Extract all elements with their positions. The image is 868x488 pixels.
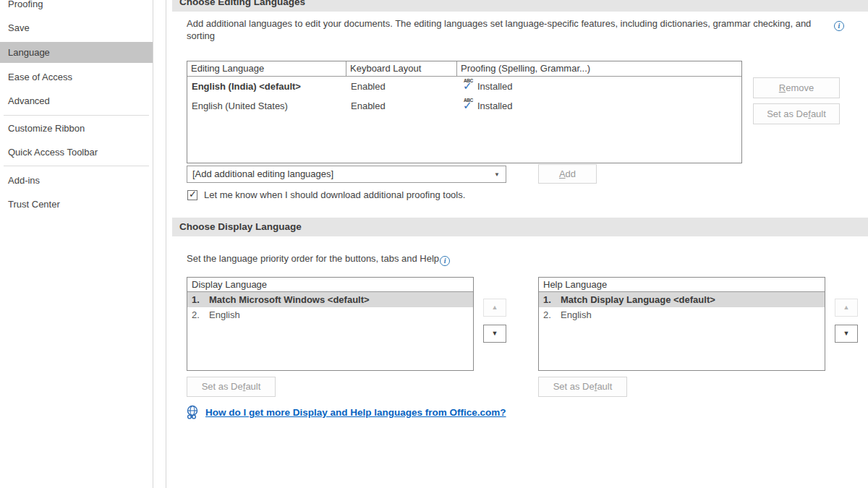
- label-pre: Set as De: [767, 108, 808, 119]
- download-proofing-checkbox-label[interactable]: Let me know when I should download addit…: [204, 189, 465, 200]
- get-more-languages-link[interactable]: How do I get more Display and Help langu…: [205, 407, 506, 418]
- label-post: ault: [811, 108, 826, 119]
- add-language-dropdown[interactable]: [Add additional editing languages] ▼: [187, 166, 506, 183]
- down-arrow-icon: ▼: [492, 330, 498, 337]
- sidebar-item-language[interactable]: Language: [0, 42, 153, 63]
- sidebar-item-trust-center[interactable]: Trust Center: [0, 194, 153, 215]
- sidebar-item-add-ins[interactable]: Add-ins: [0, 170, 153, 191]
- down-arrow-icon: ▼: [843, 330, 850, 337]
- sidebar-separator: [4, 166, 149, 166]
- sidebar-separator: [4, 115, 149, 116]
- dropdown-selected-value: [Add additional editing languages]: [192, 168, 333, 179]
- label-post: ault: [245, 381, 260, 392]
- checkmark-icon: ✓: [189, 189, 197, 200]
- sidebar-divider-line: [153, 0, 153, 488]
- display-list-move-down-button[interactable]: ▼: [483, 325, 506, 343]
- cell-language: English (India) <default>: [187, 81, 346, 92]
- display-language-listbox-header: Display Language: [187, 278, 473, 292]
- item-label: Match Display Language <default>: [561, 292, 715, 307]
- list-item[interactable]: 2. English: [539, 307, 825, 322]
- proofing-abc-check-icon: ABC ✓: [461, 98, 477, 115]
- label-post: ault: [597, 381, 612, 392]
- word-options-language-page: Proofing Save Language Ease of Access Ad…: [0, 0, 868, 488]
- item-label: English: [209, 307, 240, 322]
- sidebar-item-customize-ribbon[interactable]: Customize Ribbon: [0, 118, 153, 139]
- proofing-status: Installed: [477, 81, 512, 92]
- item-number: 2.: [543, 307, 551, 322]
- check-glyph: ✓: [463, 99, 472, 112]
- up-arrow-icon: ▲: [843, 304, 850, 311]
- table-header-row: Editing Language Keyboard Layout Proofin…: [187, 61, 741, 77]
- list-item[interactable]: 1. Match Microsoft Windows <default>: [187, 292, 473, 307]
- cell-proofing: ABC ✓ Installed: [457, 98, 741, 115]
- section-header-display-language: Choose Display Language: [172, 218, 868, 236]
- cell-language: English (United States): [187, 100, 346, 111]
- label-accel: A: [559, 168, 566, 179]
- globe-link-icon: [185, 405, 201, 419]
- help-list-move-down-button[interactable]: ▼: [835, 325, 858, 343]
- proofing-status: Installed: [477, 100, 512, 111]
- help-language-listbox-header: Help Language: [539, 278, 825, 292]
- item-label: English: [561, 307, 592, 322]
- sidebar-item-quick-access-toolbar[interactable]: Quick Access Toolbar: [0, 142, 153, 163]
- cell-keyboard: Enabled: [346, 81, 457, 92]
- set-as-default-button-help[interactable]: Set as Default: [538, 377, 627, 397]
- cell-proofing: ABC ✓ Installed: [457, 78, 741, 95]
- chevron-down-icon[interactable]: ▼: [494, 166, 500, 183]
- priority-text: Set the language priority order for the …: [187, 253, 439, 264]
- sidebar-item-save[interactable]: Save: [0, 17, 153, 38]
- section-header-editing-languages: Choose Editing Languages: [172, 0, 868, 12]
- list-item[interactable]: 2. English: [187, 307, 473, 322]
- check-glyph: ✓: [463, 80, 472, 93]
- help-language-listbox[interactable]: Help Language 1. Match Display Language …: [538, 277, 825, 371]
- cell-keyboard: Enabled: [346, 100, 457, 111]
- set-as-default-button-editing[interactable]: Set as Default: [753, 103, 840, 124]
- help-list-move-up-button[interactable]: ▲: [835, 299, 858, 317]
- display-list-move-up-button[interactable]: ▲: [483, 299, 506, 317]
- label-pre: Set as De: [553, 381, 595, 392]
- label-post: emove: [786, 82, 814, 93]
- label-accel: R: [779, 82, 786, 93]
- add-button[interactable]: Add: [538, 164, 597, 184]
- table-row[interactable]: English (United States) Enabled ABC ✓ In…: [187, 96, 741, 116]
- proofing-abc-check-icon: ABC ✓: [461, 78, 477, 95]
- download-proofing-checkbox[interactable]: ✓: [187, 190, 197, 200]
- label-post: dd: [566, 168, 576, 179]
- item-number: 2.: [192, 307, 200, 322]
- info-icon[interactable]: i: [440, 256, 450, 266]
- set-as-default-button-display[interactable]: Set as Default: [187, 377, 276, 397]
- content-divider-line: [166, 0, 166, 488]
- column-header-keyboard-layout[interactable]: Keyboard Layout: [346, 61, 457, 77]
- table-row[interactable]: English (India) <default> Enabled ABC ✓ …: [187, 77, 741, 96]
- column-header-editing-language[interactable]: Editing Language: [187, 61, 346, 77]
- item-label: Match Microsoft Windows <default>: [209, 292, 370, 307]
- editing-languages-description: Add additional languages to edit your do…: [187, 17, 829, 42]
- display-language-description: Set the language priority order for the …: [187, 252, 621, 266]
- remove-button[interactable]: Remove: [753, 77, 840, 98]
- label-pre: Set as De: [202, 381, 243, 392]
- sidebar-item-advanced[interactable]: Advanced: [0, 90, 153, 111]
- sidebar-item-proofing[interactable]: Proofing: [0, 0, 153, 14]
- editing-languages-table[interactable]: Editing Language Keyboard Layout Proofin…: [187, 61, 742, 163]
- list-item[interactable]: 1. Match Display Language <default>: [539, 292, 825, 307]
- item-number: 1.: [543, 292, 551, 307]
- sidebar-item-ease-of-access[interactable]: Ease of Access: [0, 67, 153, 87]
- up-arrow-icon: ▲: [492, 304, 498, 311]
- column-header-proofing[interactable]: Proofing (Spelling, Grammar...): [457, 61, 741, 77]
- item-number: 1.: [192, 292, 200, 307]
- display-language-listbox[interactable]: Display Language 1. Match Microsoft Wind…: [187, 277, 474, 371]
- info-icon[interactable]: i: [834, 21, 844, 31]
